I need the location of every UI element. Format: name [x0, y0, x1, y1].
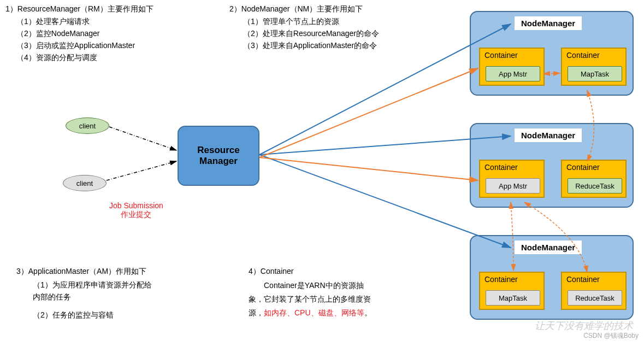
nm2-appmstr: App Mstr — [486, 178, 540, 193]
client-node-2: client — [63, 175, 107, 191]
job-submission-zh: 作业提交 — [109, 210, 163, 220]
nm1-c1-label: Container — [485, 51, 518, 60]
rm-func-1: （1）处理客户端请求 — [16, 15, 90, 27]
nm3-c2-label: Container — [566, 275, 600, 284]
resource-manager-node: Resource Manager — [178, 126, 259, 186]
container-description: Container是YARN中的资源抽象，它封装了某个节点上的多维度资源，如内存… — [249, 279, 374, 320]
nm2-container-2: Container ReduceTask — [561, 160, 627, 198]
rm-func-3: （3）启动或监控ApplicationMaster — [16, 39, 135, 51]
nm-func-3: （3）处理来自ApplicationMaster的命令 — [243, 39, 377, 51]
am-functions-title: 3）ApplicationMaster（AM）作用如下 — [16, 265, 146, 277]
arrow-rm-nm2-container — [259, 157, 478, 180]
nm3-label: NodeManager — [515, 241, 582, 254]
nm1-container-2: Container MapTask — [561, 48, 627, 86]
arrow-client2-rm — [107, 161, 176, 180]
nm2-c1-label: Container — [485, 163, 518, 172]
container-desc-highlight: 如内存、CPU、磁盘、网络等 — [264, 308, 364, 317]
nm-func-1: （1）管理单个节点上的资源 — [243, 15, 339, 27]
rm-func-2: （2）监控NodeManager — [16, 27, 100, 39]
watermark-slogan: 让天下没有难学的技术 — [535, 319, 633, 332]
nm-func-2: （2）处理来自ResourceManager的命令 — [243, 27, 379, 39]
nm3-container-1: Container MapTask — [479, 272, 545, 310]
nm2-c2-label: Container — [566, 163, 600, 172]
node-manager-3: NodeManager Container MapTask Container … — [470, 235, 634, 320]
node-manager-2: NodeManager Container App Mstr Container… — [470, 123, 634, 208]
am-func-2: （2）任务的监控与容错 — [33, 309, 114, 321]
nm3-maptask: MapTask — [486, 290, 540, 306]
nm3-container-2: Container ReduceTask — [561, 272, 627, 310]
nm1-maptask: MapTask — [568, 66, 622, 81]
resource-manager-label: Resource Manager — [179, 145, 258, 167]
nm1-label: NodeManager — [515, 16, 582, 30]
nm3-reducetask: ReduceTask — [568, 290, 622, 306]
nm3-c1-label: Container — [485, 275, 518, 284]
nm2-container-1: Container App Mstr — [479, 160, 545, 198]
client-node-1: client — [66, 118, 109, 134]
nm2-label: NodeManager — [515, 128, 582, 142]
nm-functions-title: 2）NodeManager（NM）主要作用如下 — [229, 3, 363, 15]
am-func-1: （1）为应用程序申请资源并分配给内部的任务 — [33, 279, 158, 303]
rm-functions-title: 1）ResourceManager（RM）主要作用如下 — [5, 3, 153, 15]
nm1-appmstr: App Mstr — [486, 66, 540, 81]
nm1-c2-label: Container — [566, 51, 600, 60]
rm-func-4: （4）资源的分配与调度 — [16, 51, 97, 63]
yarn-architecture-diagram: 1）ResourceManager（RM）主要作用如下 （1）处理客户端请求 （… — [0, 0, 644, 346]
nm2-reducetask: ReduceTask — [568, 178, 622, 193]
job-submission-label: Job Submission 作业提交 — [109, 201, 163, 220]
container-desc-end: 。 — [364, 308, 372, 317]
node-manager-1: NodeManager Container App Mstr Container… — [470, 11, 634, 96]
arrow-client1-rm — [109, 127, 176, 150]
container-title: 4）Container — [249, 265, 294, 277]
arrow-rm-nm1-container — [259, 68, 478, 157]
job-submission-en: Job Submission — [109, 201, 163, 210]
watermark-author: CSDN @镇魂Boby — [583, 331, 639, 341]
nm1-container-1: Container App Mstr — [479, 48, 545, 86]
